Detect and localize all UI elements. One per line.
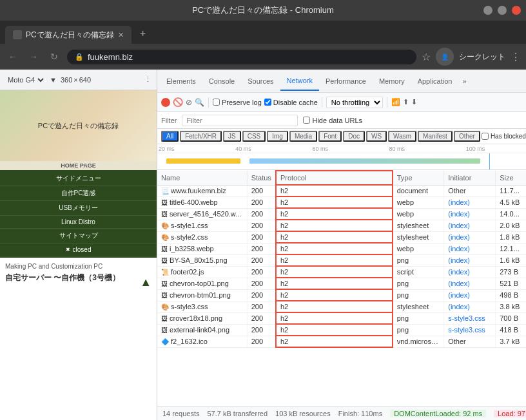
has-blocked-cookies-cb[interactable]: Has blocked cookies	[482, 133, 526, 140]
more-tabs-btn[interactable]: »	[458, 75, 470, 88]
initiator-link[interactable]: (index)	[448, 198, 470, 206]
menu-item-closed[interactable]: closed	[0, 243, 157, 256]
initiator-link[interactable]: (index)	[448, 245, 470, 253]
tab-sources[interactable]: Sources	[241, 72, 280, 90]
table-row[interactable]: 📜 footer02.js 200 h2 script (index) 273 …	[157, 266, 526, 278]
cell-name: 🖼 server_4516_4520.w...	[157, 208, 247, 220]
forward-button[interactable]: →	[26, 49, 41, 64]
maximize-button[interactable]	[498, 6, 507, 15]
cell-protocol: h2	[276, 336, 393, 347]
tab-console[interactable]: Console	[202, 72, 241, 90]
th-type[interactable]: Type	[393, 171, 444, 185]
th-size[interactable]: Size	[496, 171, 526, 185]
file-icon: 🎨	[161, 303, 169, 310]
initiator-link[interactable]: (index)	[448, 233, 470, 241]
table-row[interactable]: 🖼 chevron-btm01.png 200 h2 png (index) 4…	[157, 289, 526, 301]
menu-item-1[interactable]: 自作PC選感	[0, 186, 157, 201]
back-button[interactable]: ←	[5, 49, 21, 64]
table-row[interactable]: 🎨 s-style1.css 200 h2 stylesheet (index)…	[157, 220, 526, 231]
filter-wasm[interactable]: Wasm	[388, 131, 416, 142]
table-row[interactable]: 🖼 crover18x18.png 200 h2 png s-style3.cs…	[157, 312, 526, 324]
th-protocol[interactable]: Protocol	[276, 171, 393, 185]
tab-application[interactable]: Application	[411, 72, 459, 90]
filter-font[interactable]: Font	[318, 131, 342, 142]
table-row[interactable]: 🖼 external-link04.png 200 h2 png s-style…	[157, 324, 526, 336]
tab-performance[interactable]: Performance	[319, 72, 373, 90]
close-button[interactable]	[512, 6, 521, 15]
table-row[interactable]: 🖼 title6-400.webp 200 h2 webp (index) 4.…	[157, 196, 526, 208]
import-icon[interactable]: ⬆	[403, 98, 409, 106]
cell-size: 273 B	[496, 266, 526, 278]
filter-manifest[interactable]: Manifest	[418, 131, 453, 142]
clear-button[interactable]: 🚫	[173, 97, 183, 108]
cell-initiator: (index)	[444, 196, 496, 208]
filter-doc[interactable]: Doc	[343, 131, 365, 142]
table-row[interactable]: 🎨 s-style2.css 200 h2 stylesheet (index)…	[157, 231, 526, 243]
address-input[interactable]: 🔒 fuukemn.biz	[67, 50, 416, 64]
cell-status: 200	[247, 266, 276, 278]
initiator-link[interactable]: (index)	[448, 210, 470, 218]
file-icon: 🖼	[161, 245, 168, 253]
network-table-wrapper[interactable]: Name Status Protocol Type Initiator Size…	[157, 170, 526, 406]
table-row[interactable]: 🔷 f2_1632.ico 200 h2 vnd.microsoft.icon …	[157, 336, 526, 347]
tab-memory[interactable]: Memory	[373, 72, 411, 90]
th-initiator[interactable]: Initiator	[444, 171, 496, 185]
record-button[interactable]	[161, 98, 170, 107]
cell-name: 🖼 crover18x18.png	[157, 312, 247, 324]
new-tab-button[interactable]: +	[135, 26, 151, 41]
minimize-button[interactable]	[483, 6, 492, 15]
menu-item-4[interactable]: サイトマップ	[0, 229, 157, 243]
initiator-link[interactable]: (index)	[448, 268, 470, 276]
filter-icon[interactable]: ⊘	[186, 98, 192, 107]
table-row[interactable]: 🖼 chevron-top01.png 200 h2 png (index) 5…	[157, 278, 526, 289]
tab-network[interactable]: Network	[280, 72, 319, 91]
initiator-link[interactable]: (index)	[448, 256, 470, 264]
menu-item-3[interactable]: Linux Distro	[0, 216, 157, 229]
cell-size: 4.5 kB	[496, 196, 526, 208]
initiator-link[interactable]: (index)	[448, 222, 470, 229]
cell-size: 12.1...	[496, 243, 526, 254]
initiator-link[interactable]: s-style3.css	[448, 314, 485, 322]
tab-elements[interactable]: Elements	[160, 72, 202, 90]
filter-img[interactable]: Img	[267, 131, 288, 142]
filter-input[interactable]	[182, 115, 298, 126]
filter-js[interactable]: JS	[223, 131, 241, 142]
filter-other[interactable]: Other	[454, 131, 480, 142]
disable-cache-checkbox[interactable]: Disable cache	[264, 99, 318, 106]
th-status[interactable]: Status	[247, 171, 276, 185]
filter-ws[interactable]: WS	[366, 131, 387, 142]
th-name[interactable]: Name	[157, 171, 247, 185]
browser-menu-icon[interactable]: ⋮	[511, 51, 521, 63]
menu-item-2[interactable]: USBメモリー	[0, 201, 157, 216]
filter-all[interactable]: All	[161, 131, 179, 142]
table-row[interactable]: 📃 www.fuukemn.biz 200 h2 document Other …	[157, 185, 526, 196]
expand-icon[interactable]: ▲	[140, 276, 151, 289]
initiator-link[interactable]: (index)	[448, 291, 470, 299]
file-icon: 🖼	[161, 327, 168, 334]
cell-status: 200	[247, 278, 276, 289]
search-icon[interactable]: 🔍	[195, 98, 204, 107]
filter-media[interactable]: Media	[289, 131, 317, 142]
refresh-button[interactable]: ↻	[46, 49, 62, 64]
more-options-icon[interactable]: ⋮	[144, 75, 151, 84]
throttle-select[interactable]: No throttling	[326, 97, 383, 108]
menu-item-0[interactable]: サイドメニュー	[0, 171, 157, 186]
hide-data-urls-checkbox[interactable]: Hide data URLs	[303, 117, 362, 124]
bookmark-icon[interactable]: ☆	[422, 51, 431, 63]
table-row[interactable]: 🖼 i_b3258.webp 200 h2 webp (index) 12.1.…	[157, 243, 526, 254]
table-row[interactable]: 🎨 s-style3.css 200 h2 stylesheet (index)…	[157, 301, 526, 312]
profile-button[interactable]: 👤	[436, 48, 454, 66]
tab-close-button[interactable]: ✕	[118, 31, 124, 39]
table-row[interactable]: 🖼 BY-SA_80x15.png 200 h2 png (index) 1.6…	[157, 254, 526, 266]
initiator-link[interactable]: s-style3.css	[448, 326, 485, 334]
table-row[interactable]: 🖼 server_4516_4520.w... 200 h2 webp (ind…	[157, 208, 526, 220]
device-select[interactable]: Moto G4	[5, 75, 46, 84]
initiator-link[interactable]: (index)	[448, 303, 470, 310]
filter-fetch-xhr[interactable]: Fetch/XHR	[180, 131, 222, 142]
preserve-log-checkbox[interactable]: Preserve log	[213, 99, 262, 106]
initiator-link[interactable]: (index)	[448, 280, 470, 287]
export-icon[interactable]: ⬇	[411, 98, 417, 106]
cell-name: 🖼 chevron-btm01.png	[157, 289, 247, 301]
filter-css[interactable]: CSS	[242, 131, 266, 142]
browser-tab[interactable]: PCで遊んだ日々の備忘録 ✕	[5, 26, 132, 44]
